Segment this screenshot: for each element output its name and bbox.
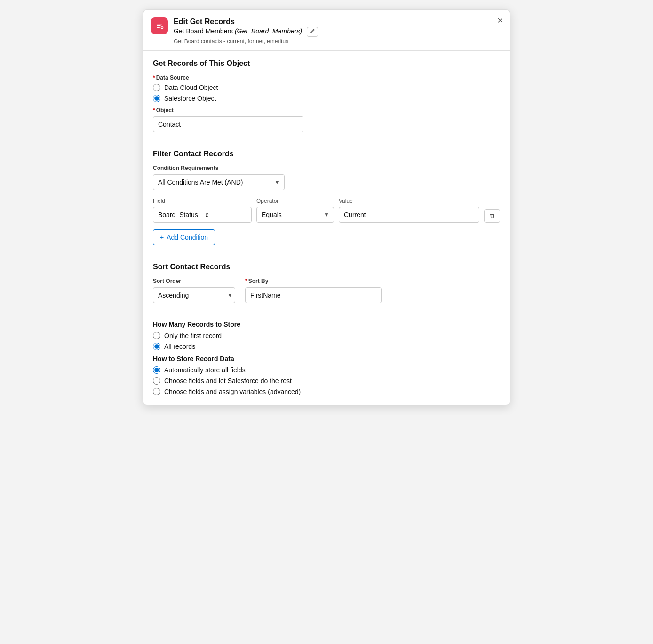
radio-choose-salesforce[interactable]: Choose fields and let Salesforce do the … [153, 377, 500, 385]
close-button[interactable]: × [497, 16, 503, 25]
radio-data-cloud-label: Data Cloud Object [164, 84, 218, 91]
condition-field-input[interactable] [153, 207, 252, 223]
radio-data-cloud[interactable]: Data Cloud Object [153, 84, 500, 91]
condition-requirements-row: Condition Requirements All Conditions Ar… [153, 165, 500, 190]
modal-title-group: Edit Get Records Get Board Members (Get_… [174, 17, 500, 45]
sort-by-group: *Sort By [245, 278, 396, 303]
edit-name-button[interactable] [307, 27, 318, 37]
section-store: How Many Records to Store Only the first… [143, 312, 510, 405]
radio-salesforce-input[interactable] [153, 95, 160, 102]
object-label: *Object [153, 107, 500, 113]
radio-all-records-label: All records [164, 343, 195, 350]
modal-subtitle: Get Board Members (Get_Board_Members) [174, 27, 500, 37]
modal-icon [151, 17, 168, 34]
subtitle-italic: (Get_Board_Members) [235, 27, 302, 35]
condition-requirements-wrapper: All Conditions Are Met (AND) Any Conditi… [153, 174, 285, 190]
sort-order-wrapper: Ascending Descending ▼ [153, 287, 238, 303]
how-to-radio-group: Automatically store all fields Choose fi… [153, 366, 500, 395]
condition-requirements-label: Condition Requirements [153, 165, 500, 171]
col-field-group: Field [153, 198, 252, 223]
radio-first-record[interactable]: Only the first record [153, 332, 500, 339]
subtitle-text: Get Board Members [174, 27, 235, 35]
modal-header: Edit Get Records Get Board Members (Get_… [143, 10, 510, 51]
sort-by-input[interactable] [245, 287, 382, 303]
radio-auto-store-input[interactable] [153, 366, 160, 374]
section-filter-title: Filter Contact Records [153, 150, 500, 158]
col-operator-group: Operator Equals Not Equal To Contains St… [256, 198, 334, 223]
col-delete-group [484, 209, 500, 223]
radio-first-record-input[interactable] [153, 332, 160, 339]
add-condition-label: Add Condition [167, 233, 208, 241]
radio-choose-variables-input[interactable] [153, 388, 160, 395]
radio-salesforce-label: Salesforce Object [164, 95, 216, 102]
condition-operator-select[interactable]: Equals Not Equal To Contains Starts With… [256, 207, 334, 223]
section-sort: Sort Contact Records Sort Order Ascendin… [143, 254, 510, 312]
modal-description: Get Board contacts - current, former, em… [174, 38, 500, 45]
radio-data-cloud-input[interactable] [153, 84, 160, 91]
col-value-label: Value [339, 198, 479, 204]
radio-salesforce[interactable]: Salesforce Object [153, 95, 500, 102]
section-object-title: Get Records of This Object [153, 59, 500, 68]
sort-order-select[interactable]: Ascending Descending [153, 287, 235, 303]
data-source-radio-group: Data Cloud Object Salesforce Object [153, 84, 500, 102]
sort-order-label: Sort Order [153, 278, 238, 284]
radio-choose-variables-label: Choose fields and assign variables (adva… [164, 388, 301, 395]
radio-auto-store[interactable]: Automatically store all fields [153, 366, 500, 374]
how-to-title: How to Store Record Data [153, 355, 500, 362]
col-value-group: Value [339, 198, 479, 223]
sort-row: Sort Order Ascending Descending ▼ *Sort … [153, 278, 500, 303]
col-field-label: Field [153, 198, 252, 204]
edit-get-records-modal: Edit Get Records Get Board Members (Get_… [143, 9, 510, 405]
radio-all-records[interactable]: All records [153, 343, 500, 350]
trash-icon [489, 213, 495, 219]
col-operator-label: Operator [256, 198, 334, 204]
operator-select-wrapper: Equals Not Equal To Contains Starts With… [256, 207, 334, 223]
radio-choose-variables[interactable]: Choose fields and assign variables (adva… [153, 388, 500, 395]
sort-order-group: Sort Order Ascending Descending ▼ [153, 278, 238, 303]
sort-by-label: *Sort By [245, 278, 396, 284]
condition-columns: Field Operator Equals Not Equal To Conta… [153, 198, 500, 223]
radio-all-records-input[interactable] [153, 343, 160, 350]
object-input[interactable] [153, 116, 303, 132]
section-sort-title: Sort Contact Records [153, 263, 500, 271]
add-condition-plus: + [160, 233, 164, 241]
condition-value-input[interactable] [339, 207, 479, 223]
section-object: Get Records of This Object *Data Source … [143, 51, 510, 141]
radio-auto-store-label: Automatically store all fields [164, 366, 246, 374]
radio-first-record-label: Only the first record [164, 332, 222, 339]
section-filter: Filter Contact Records Condition Require… [143, 141, 510, 254]
how-many-title: How Many Records to Store [153, 321, 500, 328]
radio-choose-salesforce-input[interactable] [153, 377, 160, 385]
radio-choose-salesforce-label: Choose fields and let Salesforce do the … [164, 377, 292, 385]
delete-condition-button[interactable] [484, 209, 500, 223]
add-condition-button[interactable]: + Add Condition [153, 229, 215, 245]
data-source-label: *Data Source [153, 74, 500, 81]
modal-title: Edit Get Records [174, 17, 500, 26]
how-many-radio-group: Only the first record All records [153, 332, 500, 350]
condition-requirements-select[interactable]: All Conditions Are Met (AND) Any Conditi… [153, 174, 285, 190]
